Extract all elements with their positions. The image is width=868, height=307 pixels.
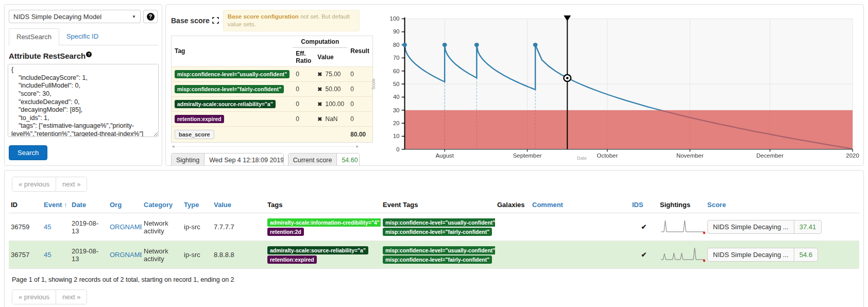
y-tick-label: 20 [393,120,400,126]
column-header-event[interactable]: Event ↑ [42,197,70,213]
cell-score: NIDS Simple Decaying ...37.41 [705,213,859,241]
base-score-alert: Base score configuration not set. But de… [223,10,360,31]
tag-chip[interactable]: misp:confidence-level="fairly-confident" [175,85,284,93]
sighting-dot [402,43,407,47]
cell-type: ip-src [182,213,212,241]
page-title: Attribute RestSearch? [9,52,158,60]
horizontal-scrollbar[interactable]: ◄ ► [171,144,360,149]
decay-chart-svg[interactable]: 0102030405060708090100AugustSeptemberOct… [362,8,862,162]
y-tick-label: 90 [393,29,400,35]
column-header-ids[interactable]: IDS [630,197,658,213]
pagination-bottom: « previous next » [12,289,87,304]
results-panel: « previous next » IDEvent ↑DateOrgCatego… [4,170,864,307]
column-header-category[interactable]: Category [142,197,182,213]
event-tag-chip[interactable]: misp:confidence-level="fairly-confident" [383,255,492,264]
column-header-date[interactable]: Date [70,197,108,213]
base-score-row: misp:confidence-level="fairly-confident"… [172,81,373,96]
x-axis-title: Date [577,156,587,161]
tag-chip[interactable]: admiralty-scale:source-reliability="a" [267,246,368,254]
restsearch-panel: NIDS Simple Decaying Model ▼ ? RestSearc… [4,4,162,166]
next-page-button[interactable]: next » [56,177,87,191]
score-model-label: NIDS Simple Decaying ... [708,248,794,261]
column-header-org[interactable]: Org [108,197,142,213]
current-score-marker-dot [566,77,569,79]
score-model-label: NIDS Simple Decaying ... [708,220,794,233]
column-header-comment[interactable]: Comment [530,197,630,213]
x-tick-label: November [676,152,704,159]
next-page-button[interactable]: next » [56,290,87,304]
score-widget[interactable]: NIDS Simple Decaying ...54.6 [707,248,818,262]
tag-chip[interactable]: admiralty-scale:information-credibility=… [267,218,381,227]
cell-event-link[interactable]: 45 [42,213,70,241]
tag-chip[interactable]: admiralty-scale:source-reliability="a" [175,100,276,108]
pagination-top: « previous next » [12,177,87,192]
tag-chip[interactable]: misp:confidence-level="usually-confident… [175,70,290,78]
sightings-sparkline [660,245,705,263]
cell-comment [530,213,630,241]
search-button[interactable]: Search [9,145,47,160]
event-tag-chip[interactable]: misp:confidence-level="usually-confident… [383,218,495,227]
x-tick-label: September [513,152,542,159]
previous-page-button[interactable]: « previous [12,177,56,191]
y-tick-label: 30 [393,107,400,113]
column-header-event-tags: Event Tags [381,197,495,213]
sighting-dot [533,43,538,47]
column-header-score[interactable]: Score [705,197,859,213]
scroll-left-icon[interactable]: ◄ [171,144,175,149]
multiply-icon: ✖ [317,101,322,107]
computation-value: NaN [326,115,338,123]
decay-chart[interactable]: 0102030405060708090100AugustSeptemberOct… [362,8,862,162]
tag-chip[interactable]: retention:expired [175,115,224,123]
y-axis-title: Score [371,78,376,90]
tab-restsearch[interactable]: RestSearch [9,28,59,45]
cell-org-link[interactable]: ORGNAME [108,213,142,241]
current-score-label: Current score [288,154,337,166]
base-score-row: misp:confidence-level="usually-confident… [172,66,373,81]
cell-value: 8.8.8.8 [212,241,265,269]
computation-value: 100.00 [326,100,345,108]
column-header-type[interactable]: Type [182,197,212,213]
y-tick-label: 80 [393,42,400,48]
cell-tags: admiralty-scale:information-credibility=… [265,213,381,241]
cell-event-tags: misp:confidence-level="usually-confident… [381,213,495,241]
previous-page-button[interactable]: « previous [12,290,56,304]
restsearch-body-textarea[interactable]: { "includeDecayScore": 1, "includeFullMo… [8,64,159,137]
computation-value: 75.00 [326,71,341,78]
scroll-right-icon[interactable]: ► [355,144,360,149]
event-tag-chip[interactable]: misp:confidence-level="fairly-confident" [383,228,492,236]
score-widget[interactable]: NIDS Simple Decaying ...37.41 [707,220,822,234]
eff-ratio-value: 0 [293,81,314,96]
score-value: 54.6 [794,248,818,261]
score-panel: Base score Base score configuration not … [165,4,864,166]
tab-specific-id[interactable]: Specific ID [59,28,106,45]
threshold-area [405,110,853,149]
multiply-icon: ✖ [317,86,322,92]
decaying-model-select[interactable]: NIDS Simple Decaying Model ▼ [9,10,141,23]
cell-event-link[interactable]: 45 [42,241,70,269]
scrollbar-track[interactable] [177,146,354,147]
tag-chip[interactable]: retention:2d [267,228,304,236]
cell-galaxies [495,213,530,241]
event-tag-chip[interactable]: misp:confidence-level="usually-confident… [383,246,495,254]
base-score-row: retention:expired0✖NaN0 [172,111,373,126]
sighting-dot [442,43,447,47]
col-eff-ratio: Eff. Ratio [293,47,314,66]
column-header-value[interactable]: Value [212,197,265,213]
y-tick-label: 50 [393,81,400,87]
x-tick-label: October [597,152,618,159]
tag-chip[interactable]: retention:expired [267,255,317,264]
multiply-icon: ✖ [317,116,322,122]
y-tick-label: 60 [393,68,400,74]
cell-value: 7.7.7.7 [212,213,265,241]
score-value: 37.41 [794,220,822,233]
cell-comment [530,241,630,269]
base-score-row: admiralty-scale:source-reliability="a"0✖… [172,96,373,111]
cell-sightings [658,241,705,269]
help-icon: ? [147,13,155,21]
cell-ids: ✔ [630,241,658,269]
cell-event-tags: misp:confidence-level="usually-confident… [381,241,495,269]
expand-icon[interactable] [212,17,219,24]
help-button[interactable]: ? [143,10,158,23]
cell-org-link[interactable]: ORGNAME [108,241,142,269]
sightings-sparkline [660,217,705,235]
